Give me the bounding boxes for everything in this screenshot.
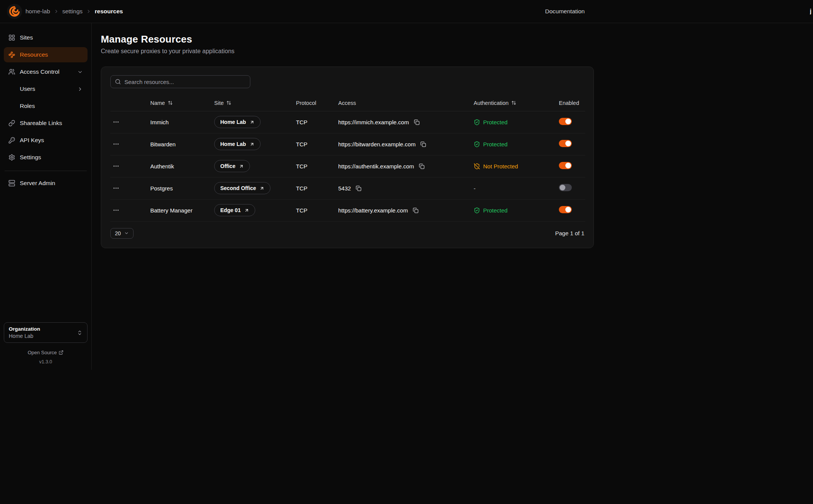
- ellipsis-icon: [113, 185, 119, 192]
- resource-access-url: https://battery.example.com: [338, 207, 408, 214]
- copy-access-button[interactable]: [412, 207, 419, 214]
- layout-grid-icon: [8, 34, 15, 41]
- arrow-up-right-icon: [250, 142, 255, 147]
- documentation-link[interactable]: Documentation: [545, 8, 585, 15]
- search-input[interactable]: [124, 79, 246, 85]
- waypoints-icon: [8, 51, 15, 58]
- organization-selector-title: Organization: [9, 326, 40, 332]
- resource-protocol: TCP: [296, 111, 338, 133]
- toggle-knob: [565, 119, 571, 124]
- resources-card: Name Site Protocol A: [101, 67, 594, 248]
- column-header-enabled: Enabled: [559, 95, 585, 111]
- page-size-select[interactable]: 20: [110, 228, 134, 239]
- sort-icon: [226, 100, 231, 105]
- sort-by-authentication-button[interactable]: Authentication: [474, 100, 516, 106]
- chevron-down-icon: [124, 231, 129, 236]
- breadcrumb-item-home-lab[interactable]: home-lab: [25, 8, 50, 15]
- sidebar-item-access-control[interactable]: Access Control: [4, 64, 88, 79]
- site-link-button[interactable]: Office: [214, 160, 250, 172]
- user-menu-button[interactable]: j: [810, 8, 811, 15]
- resource-row: Bitwarden Home Lab TCP https://bitwarden…: [110, 133, 585, 155]
- enabled-toggle[interactable]: [559, 140, 572, 147]
- sidebar-item-settings[interactable]: Settings: [4, 150, 88, 165]
- resource-access-url: https://bitwarden.example.com: [338, 141, 415, 147]
- enabled-toggle[interactable]: [559, 162, 572, 169]
- resource-name: Postgres: [150, 177, 214, 199]
- chevrons-up-down-icon: [77, 330, 83, 336]
- sidebar-item-server-admin[interactable]: Server Admin: [4, 176, 88, 191]
- column-header-protocol: Protocol: [296, 95, 338, 111]
- copy-access-button[interactable]: [418, 163, 425, 170]
- enabled-toggle[interactable]: [559, 184, 572, 191]
- copy-access-button[interactable]: [420, 141, 427, 148]
- row-actions-button[interactable]: [110, 183, 122, 193]
- ellipsis-icon: [113, 141, 119, 147]
- auth-status-badge: Protected: [474, 141, 559, 147]
- copy-access-button[interactable]: [355, 185, 362, 192]
- toggle-knob: [560, 185, 565, 190]
- app-version: v1.3.0: [4, 359, 88, 365]
- copy-access-button[interactable]: [413, 119, 420, 126]
- site-link-button[interactable]: Home Lab: [214, 116, 261, 128]
- sidebar-item-users[interactable]: Users: [4, 81, 88, 97]
- shield-check-icon: [474, 207, 480, 214]
- page-size-value: 20: [115, 230, 121, 236]
- enabled-toggle[interactable]: [559, 206, 572, 213]
- row-actions-button[interactable]: [110, 117, 122, 127]
- breadcrumb-item-settings[interactable]: settings: [62, 8, 83, 15]
- open-source-link[interactable]: Open Source: [28, 350, 64, 355]
- search-box: [110, 75, 250, 88]
- app-window: home-lab settings resources Documentatio…: [0, 0, 813, 370]
- shield-off-icon: [474, 163, 480, 170]
- sidebar-item-api-keys[interactable]: API Keys: [4, 133, 88, 148]
- top-nav: home-lab settings resources Documentatio…: [0, 0, 813, 23]
- sidebar-item-roles[interactable]: Roles: [4, 98, 88, 114]
- organization-selector[interactable]: Organization Home Lab: [4, 322, 88, 343]
- copy-icon: [413, 208, 418, 213]
- sort-by-site-button[interactable]: Site: [214, 100, 231, 106]
- resource-protocol: TCP: [296, 199, 338, 221]
- resource-access-url: https://authentik.example.com: [338, 163, 414, 170]
- users-icon: [8, 68, 15, 75]
- resource-access-port: 5432: [338, 185, 351, 192]
- row-actions-button[interactable]: [110, 161, 122, 171]
- sort-by-name-button[interactable]: Name: [150, 100, 173, 106]
- resource-name: Authentik: [150, 155, 214, 177]
- page-title: Manage Resources: [101, 33, 813, 45]
- arrow-up-right-icon: [244, 208, 249, 213]
- resource-row: Authentik Office TCP https://authentik.e…: [110, 155, 585, 177]
- site-link-button[interactable]: Second Office: [214, 182, 270, 194]
- enabled-toggle[interactable]: [559, 118, 572, 125]
- resource-name: Bitwarden: [150, 133, 214, 155]
- sidebar-item-sites[interactable]: Sites: [4, 30, 88, 45]
- arrow-up-right-icon: [250, 120, 255, 125]
- site-link-button[interactable]: Home Lab: [214, 138, 261, 150]
- open-source-label: Open Source: [28, 350, 57, 355]
- sidebar-item-label: Settings: [20, 154, 41, 161]
- app-logo: [7, 4, 22, 19]
- toggle-knob: [565, 207, 571, 212]
- auth-status-badge: Protected: [474, 207, 559, 214]
- column-header-actions: [110, 95, 150, 111]
- resource-row: Immich Home Lab TCP https://immich.examp…: [110, 111, 585, 133]
- sidebar-item-label: Shareable Links: [20, 120, 62, 127]
- sidebar-item-resources[interactable]: Resources: [4, 47, 88, 62]
- resource-name: Battery Manager: [150, 199, 214, 221]
- gear-icon: [8, 154, 15, 161]
- column-header-authentication: Authentication: [474, 95, 559, 111]
- sidebar-item-label: Server Admin: [20, 180, 55, 187]
- resource-row: Battery Manager Edge 01 TCP https://batt…: [110, 199, 585, 221]
- pagination: 20 Page 1 of 1: [110, 228, 584, 239]
- row-actions-button[interactable]: [110, 205, 122, 215]
- resource-protocol: TCP: [296, 155, 338, 177]
- site-link-button[interactable]: Edge 01: [214, 204, 255, 216]
- toggle-knob: [565, 141, 571, 146]
- sidebar-item-shareable-links[interactable]: Shareable Links: [4, 116, 88, 131]
- main-content: Manage Resources Create secure proxies t…: [92, 23, 813, 370]
- arrow-up-right-icon: [259, 186, 264, 191]
- row-actions-button[interactable]: [110, 139, 122, 149]
- auth-status-badge: Not Protected: [474, 163, 559, 170]
- chevron-down-icon: [77, 69, 83, 75]
- column-header-site: Site: [214, 95, 296, 111]
- page-subtitle: Create secure proxies to your private ap…: [101, 48, 813, 55]
